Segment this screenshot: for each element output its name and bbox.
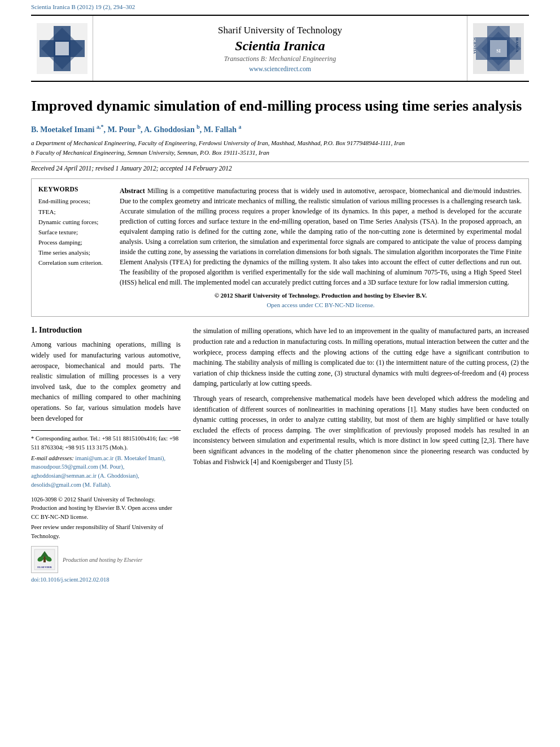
author-a: A. Ghoddosian — [144, 125, 194, 133]
kw-1: End-milling process; — [38, 196, 112, 206]
journal-name: Scientia Iranica — [235, 38, 325, 54]
author-f-sup: a — [239, 124, 242, 130]
abstract-box: KEYWORDS End-milling process; TFEA; Dyna… — [31, 178, 529, 317]
university-name: Sharif University of Technology — [218, 25, 342, 36]
svg-rect-4 — [55, 42, 69, 55]
header-center: Sharif University of Technology Scientia… — [93, 17, 467, 80]
author-m-sup: b — [137, 124, 141, 130]
peer-review-text: Peer review under responsibility of Shar… — [31, 523, 181, 541]
author-b-sup: a,* — [97, 124, 104, 130]
svg-text:IRANICA: IRANICA — [515, 37, 519, 53]
svg-text:SI: SI — [496, 49, 501, 54]
authors-line: B. Moetakef Imani a,*, M. Pour b, A. Gho… — [31, 124, 529, 134]
elsevier-logo-svg: ELSEVIER — [34, 549, 55, 570]
article-title: Improved dynamic simulation of end-milli… — [31, 97, 529, 116]
left-column: 1. Introduction Among various machining … — [31, 326, 181, 583]
abstract-paragraph: Abstract Milling is a competitive manufa… — [120, 186, 522, 287]
footnote-email-line: E-mail addresses: imani@um.ac.ir (B. Moe… — [31, 454, 181, 490]
keywords-title: KEYWORDS — [38, 186, 112, 193]
publisher-section: ELSEVIER Production and hosting by Elsev… — [31, 546, 181, 573]
journal-header: SCIENTIA IRANICA Sharif University of Te… — [31, 15, 529, 82]
citation-text: Scientia Iranica B (2012) 19 (2), 294–30… — [31, 3, 135, 10]
intro-right-para2: Through years of research, comprehensive… — [193, 394, 529, 467]
journal-url: www.sciencedirect.com — [249, 65, 311, 72]
author-m: M. Pour — [107, 125, 135, 133]
scientia-iranica-logo-right: SI SCIENTIA IRANICA — [473, 23, 524, 74]
kw-5: Process damping; — [38, 237, 112, 247]
main-content: Improved dynamic simulation of end-milli… — [0, 82, 560, 592]
two-column-body: 1. Introduction Among various machining … — [31, 326, 529, 583]
elsevier-logo: ELSEVIER — [31, 546, 58, 573]
footnote-email-label: E-mail addresses: — [31, 455, 74, 461]
author-b: B. Moetakef Imani — [31, 125, 94, 133]
abstract-body: Milling is a competitive manufacturing p… — [120, 187, 522, 286]
author-a-sup: b — [196, 124, 200, 130]
publisher-text: Production and hosting by Elsevier — [63, 557, 142, 563]
received-line: Received 24 April 2011; revised 1 Januar… — [31, 161, 529, 172]
issn-text: 1026-3098 © 2012 Sharif University of Te… — [31, 495, 181, 522]
kw-4: Surface texture; — [38, 227, 112, 237]
page: Scientia Iranica B (2012) 19 (2), 294–30… — [0, 0, 560, 747]
section1-title: 1. Introduction — [31, 326, 181, 335]
scientia-iranica-logo-left: SCIENTIA IRANICA — [37, 23, 88, 74]
svg-text:SCIENTIA: SCIENTIA — [473, 37, 476, 54]
affil-a: a Department of Mechanical Engineering, … — [31, 138, 529, 148]
svg-rect-18 — [43, 557, 46, 562]
affiliations: a Department of Mechanical Engineering, … — [31, 138, 529, 157]
logo-right: SI SCIENTIA IRANICA — [467, 16, 529, 81]
copyright-line: © 2012 Sharif University of Technology. … — [120, 291, 522, 300]
kw-2: TFEA; — [38, 207, 112, 217]
kw-3: Dynamic cutting forces; — [38, 217, 112, 227]
author-f: M. Fallah — [204, 125, 237, 133]
footnote-star-text: * Corresponding author. Tel.: +98 511 88… — [31, 435, 178, 451]
kw-7: Correlation sum criterion. — [38, 257, 112, 268]
affil-b: b Faculty of Mechanical Engineering, Sem… — [31, 148, 529, 158]
intro-left-para: Among various machining operations, mill… — [31, 339, 181, 423]
right-column: the simulation of milling operations, wh… — [193, 326, 529, 583]
intro-right-para1: the simulation of milling operations, wh… — [193, 326, 529, 389]
abstract-text-section: Abstract Milling is a competitive manufa… — [120, 186, 522, 309]
footnote-star-line: * Corresponding author. Tel.: +98 511 88… — [31, 434, 181, 452]
svg-text:ELSEVIER: ELSEVIER — [37, 566, 52, 569]
footnote-area: * Corresponding author. Tel.: +98 511 88… — [31, 430, 181, 490]
journal-citation: Scientia Iranica B (2012) 19 (2), 294–30… — [0, 0, 560, 12]
abstract-label: Abstract — [120, 187, 145, 195]
logo-left: SCIENTIA IRANICA — [31, 16, 93, 81]
keywords-list: End-milling process; TFEA; Dynamic cutti… — [38, 196, 112, 268]
open-access-line: Open access under CC BY-NC-ND license. — [120, 300, 522, 310]
doi-line: doi:10.1016/j.scient.2012.02.018 — [31, 576, 181, 583]
keywords-section: KEYWORDS End-milling process; TFEA; Dyna… — [38, 186, 112, 309]
kw-6: Time series analysis; — [38, 247, 112, 257]
transactions-subtitle: Transactions B: Mechanical Engineering — [224, 55, 336, 63]
issn-section: 1026-3098 © 2012 Sharif University of Te… — [31, 495, 181, 541]
